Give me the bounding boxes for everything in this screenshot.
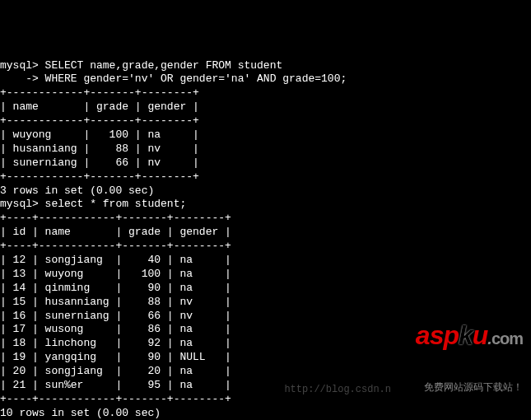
terminal-line: +----+------------+-------+--------+ — [0, 240, 531, 254]
terminal-line: mysql> select * from student; — [0, 198, 531, 212]
terminal-line: | 12 | songjiang | 40 | na | — [0, 254, 531, 268]
terminal-line: +------------+-------+--------+ — [0, 86, 531, 100]
blog-url-watermark: http://blog.csdn.n — [284, 384, 391, 397]
terminal-line: +----+------------+-------+--------+ — [0, 212, 531, 226]
watermark-subtitle: 免费网站源码下载站！ — [416, 381, 523, 394]
terminal-line: +------------+-------+--------+ — [0, 170, 531, 184]
aspku-logo: aspku.com — [416, 319, 523, 353]
terminal-line: | 13 | wuyong | 100 | na | — [0, 268, 531, 282]
terminal-line: +------------+-------+--------+ — [0, 114, 531, 128]
terminal-line: | sunerniang | 66 | nv | — [0, 156, 531, 170]
terminal-line: | name | grade | gender | — [0, 100, 531, 114]
site-watermark: aspku.com 免费网站源码下载站！ — [416, 291, 523, 408]
terminal-line: 3 rows in set (0.00 sec) — [0, 184, 531, 198]
terminal-line: | id | name | grade | gender | — [0, 226, 531, 240]
terminal-line: | wuyong | 100 | na | — [0, 128, 531, 142]
terminal-line: 10 rows in set (0.00 sec) — [0, 407, 531, 420]
terminal-line: | husanniang | 88 | nv | — [0, 142, 531, 156]
terminal-line: -> WHERE gender='nv' OR gender='na' AND … — [0, 72, 531, 86]
terminal-line: mysql> SELECT name,grade,gender FROM stu… — [0, 59, 531, 73]
